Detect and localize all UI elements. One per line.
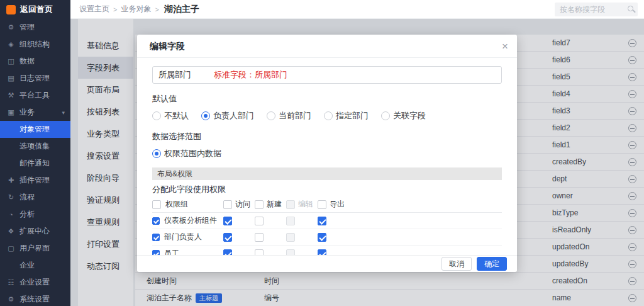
app-logo-icon [6, 5, 16, 14]
search-input[interactable] [555, 3, 638, 16]
main-sidebar: 返回首页 ⚙管理 ◈组织结构 ◫数据 ▤日志管理 ⚒平台工具 ▣业务▾ 对象管理… [0, 0, 70, 306]
confirm-button[interactable]: 确定 [477, 257, 507, 271]
database-icon: ◫ [7, 57, 15, 65]
modal-header: 编辑字段 × [137, 35, 517, 58]
default-value-options: 不默认 负责人部门 当前部门 指定部门 关联字段 [152, 110, 502, 122]
page-title: 湖泊主子 [164, 4, 199, 15]
layout-permission-section-header: 布局&权限 [152, 167, 502, 180]
field-name-value: 所属部门 [158, 69, 191, 81]
data-scope-options: 权限范围内数据 [152, 147, 502, 160]
access-checkbox[interactable] [223, 233, 232, 242]
radio-current-dept[interactable]: 当前部门 [267, 110, 311, 122]
create-checkbox[interactable] [255, 217, 264, 225]
export-all-checkbox[interactable] [318, 200, 326, 209]
create-checkbox[interactable] [255, 249, 264, 256]
permission-table-header: 权限组 访问 新建 编辑 导出 [152, 196, 502, 213]
export-checkbox[interactable] [318, 233, 326, 242]
access-checkbox[interactable] [223, 249, 232, 256]
breadcrumb-settings-home[interactable]: 设置主页 [79, 4, 109, 14]
sidebar-item-log-management[interactable]: ▤日志管理 [0, 70, 70, 87]
radio-specified-dept[interactable]: 指定部门 [324, 110, 369, 122]
sidebar-item-system-settings[interactable]: ⚙系统设置 [0, 291, 70, 306]
default-value-label: 默认值 [152, 93, 502, 105]
tools-icon: ⚒ [7, 91, 15, 99]
ui-icon: ▢ [7, 244, 15, 252]
sidebar-item-object-management[interactable]: 对象管理 [0, 121, 70, 138]
radio-icon [201, 111, 210, 120]
gear-icon: ⚙ [7, 23, 15, 31]
business-icon: ▣ [7, 108, 15, 116]
close-icon[interactable]: × [502, 35, 508, 58]
sidebar-item-platform-tools[interactable]: ⚒平台工具 [0, 87, 70, 104]
sidebar-item-option-sets[interactable]: 选项值集 [0, 138, 70, 155]
permission-row: 仪表板分析组件 [152, 213, 502, 229]
radio-no-default[interactable]: 不默认 [152, 110, 189, 122]
radio-icon [381, 111, 390, 120]
field-name-input[interactable]: 所属部门 标准字段：所属部门 [152, 66, 502, 84]
cancel-button[interactable]: 取消 [441, 257, 472, 271]
create-all-checkbox[interactable] [255, 200, 264, 209]
sidebar-home-link[interactable]: 返回首页 [0, 0, 70, 19]
breadcrumb-separator: > [155, 6, 158, 13]
flow-icon: ↻ [7, 193, 15, 201]
export-checkbox[interactable] [318, 217, 326, 225]
export-checkbox[interactable] [318, 249, 326, 256]
row-select-checkbox[interactable] [152, 217, 160, 225]
top-header: 设置主页 > 业务对象 > 湖泊主子 [70, 0, 644, 19]
chevron-down-icon: ▾ [62, 110, 65, 116]
standard-field-annotation: 标准字段：所属部门 [214, 69, 287, 81]
data-scope-label: 数据选择范围 [152, 131, 502, 142]
create-checkbox[interactable] [255, 233, 264, 242]
radio-icon [152, 111, 161, 120]
access-checkbox[interactable] [223, 217, 232, 225]
analytics-icon: ◔ [7, 211, 15, 218]
edit-checkbox [286, 233, 295, 242]
plugin-icon: ✚ [7, 176, 15, 184]
sidebar-item-manage[interactable]: ⚙管理 [0, 19, 70, 36]
sidebar-item-org-structure[interactable]: ◈组织结构 [0, 36, 70, 53]
sidebar-item-enterprise-settings[interactable]: ☷企业设置 [0, 274, 70, 291]
sidebar-item-process[interactable]: ↻流程 [0, 189, 70, 206]
permission-row: 部门负责人 [152, 229, 502, 246]
sidebar-item-analysis[interactable]: ◔分析 [0, 206, 70, 223]
radio-icon [324, 111, 333, 120]
breadcrumb-separator: > [113, 6, 117, 13]
sidebar-item-email-notification[interactable]: 邮件通知 [0, 155, 70, 172]
radio-owner-dept[interactable]: 负责人部门 [201, 110, 254, 122]
radio-related-field[interactable]: 关联字段 [381, 110, 426, 122]
sidebar-item-business[interactable]: ▣业务▾ [0, 104, 70, 121]
sidebar-home-label: 返回首页 [20, 4, 53, 15]
sidebar-item-enterprise[interactable]: 企业 [0, 257, 70, 274]
edit-checkbox [286, 249, 295, 256]
edit-checkbox [286, 217, 295, 225]
radio-icon [267, 111, 275, 120]
system-settings-icon: ⚙ [7, 295, 15, 303]
sidebar-item-data[interactable]: ◫数据 [0, 53, 70, 70]
row-select-checkbox[interactable] [152, 234, 160, 241]
extension-icon: ❖ [7, 227, 15, 235]
assign-permission-label: 分配此字段使用权限 [152, 183, 502, 196]
edit-field-modal: 编辑字段 × 所属部门 标准字段：所属部门 默认值 不默认 负责人部门 当前部门… [137, 35, 517, 272]
modal-body: 所属部门 标准字段：所属部门 默认值 不默认 负责人部门 当前部门 指定部门 关… [137, 58, 517, 255]
sidebar-item-extension-center[interactable]: ❖扩展中心 [0, 223, 70, 240]
sidebar-item-plugin-management[interactable]: ✚插件管理 [0, 172, 70, 189]
modal-footer: 取消 确定 [137, 255, 517, 272]
permission-row: 员工 [152, 246, 502, 255]
logs-icon: ▤ [7, 74, 15, 82]
select-all-checkbox[interactable] [152, 200, 161, 209]
radio-permission-scope[interactable]: 权限范围内数据 [152, 148, 221, 159]
edit-all-checkbox [286, 200, 295, 209]
search-icon [628, 6, 633, 11]
org-icon: ◈ [7, 40, 15, 48]
row-select-checkbox[interactable] [152, 250, 160, 256]
sidebar-item-user-interface[interactable]: ▢用户界面 [0, 240, 70, 257]
radio-icon [152, 149, 161, 158]
field-search [555, 3, 638, 16]
breadcrumb-business-objects[interactable]: 业务对象 [121, 4, 151, 14]
modal-title: 编辑字段 [150, 41, 185, 51]
enterprise-settings-icon: ☷ [7, 278, 15, 286]
access-all-checkbox[interactable] [223, 200, 232, 209]
